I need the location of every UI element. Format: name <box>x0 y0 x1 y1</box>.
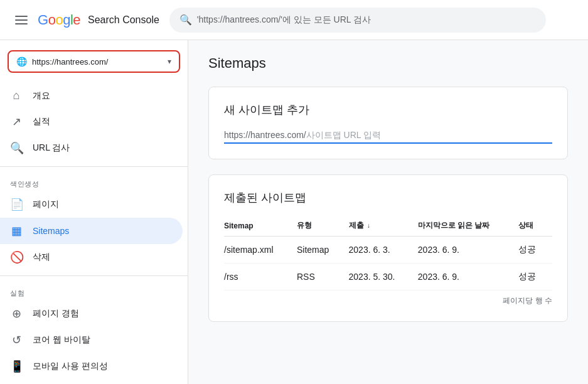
search-icon: 🔍 <box>179 14 192 26</box>
removals-icon: 🚫 <box>10 250 23 264</box>
cell-type: RSS <box>297 264 349 291</box>
nav-divider-2 <box>0 275 188 276</box>
sort-arrow-icon: ↓ <box>367 222 370 229</box>
sitemap-base-url: https://hantrees.com/ <box>224 130 306 140</box>
sidebar-item-sitemaps[interactable]: ▦ Sitemaps <box>0 218 183 244</box>
sitemaps-table: Sitemap 유형 제출 ↓ 마지막으로 읽은 날짜 상태 /sitemap.… <box>224 215 552 291</box>
col-header-last-read: 마지막으로 읽은 날짜 <box>418 215 518 237</box>
cell-sitemap: /rss <box>224 264 297 291</box>
sidebar-item-page-experience-label: 페이지 경험 <box>33 308 79 319</box>
google-logo: Google <box>38 12 80 28</box>
sidebar-item-core-web-vitals[interactable]: ↺ 코어 웹 바이탈 <box>0 327 183 353</box>
sitemaps-icon: ▦ <box>10 224 23 238</box>
app-title: Search Console <box>88 14 159 26</box>
property-icon: 🌐 <box>16 56 27 67</box>
col-header-sitemap: Sitemap <box>224 215 297 237</box>
topbar: Google Search Console 🔍 'https://hantree… <box>0 0 588 40</box>
sidebar-item-performance[interactable]: ↗ 실적 <box>0 109 183 135</box>
add-sitemap-card-title: 새 사이트맵 추가 <box>224 102 552 117</box>
sidebar-item-url-inspection[interactable]: 🔍 URL 검사 <box>0 135 183 161</box>
topbar-logo: Google Search Console <box>10 11 159 29</box>
sidebar-item-mobile-usability[interactable]: 📱 모바일 사용 편의성 <box>0 353 183 380</box>
col-header-type: 유형 <box>297 215 349 237</box>
table-header-row: Sitemap 유형 제출 ↓ 마지막으로 읽은 날짜 상태 <box>224 215 552 237</box>
table-footer: 페이지당 행 수 <box>224 291 552 306</box>
page-title: Sitemaps <box>208 55 568 72</box>
core-web-vitals-icon: ↺ <box>10 333 23 347</box>
col-header-submitted[interactable]: 제출 ↓ <box>349 215 418 237</box>
cell-last-read: 2023. 6. 9. <box>418 237 518 264</box>
property-selector[interactable]: 🌐 https://hantrees.com/ ▾ <box>8 50 180 73</box>
sidebar-item-pages-label: 페이지 <box>33 199 59 210</box>
sitemap-url-input[interactable] <box>306 130 552 140</box>
table-row: /rss RSS 2023. 5. 30. 2023. 6. 9. 성공 <box>224 264 552 291</box>
submitted-sitemaps-title: 제출된 사이트맵 <box>224 190 552 205</box>
experience-section-label: 실험 <box>0 281 188 301</box>
pages-icon: 📄 <box>10 198 23 211</box>
sidebar-item-overview[interactable]: ⌂ 개요 <box>0 83 183 109</box>
sidebar-item-page-experience[interactable]: ⊕ 페이지 경험 <box>0 301 183 327</box>
property-url: https://hantrees.com/ <box>32 57 163 67</box>
submitted-sitemaps-card: 제출된 사이트맵 Sitemap 유형 제출 ↓ 마지막으로 읽은 날짜 상태 <box>208 174 568 322</box>
sidebar-item-cwv-label: 코어 웹 바이탈 <box>33 334 90 346</box>
indexing-section-label: 색인생성 <box>0 172 188 191</box>
cell-submitted: 2023. 6. 3. <box>349 237 418 264</box>
sidebar-item-removals-label: 삭제 <box>33 252 50 263</box>
cell-submitted: 2023. 5. 30. <box>349 264 418 291</box>
page-experience-icon: ⊕ <box>10 307 23 321</box>
main-layout: 🌐 https://hantrees.com/ ▾ ⌂ 개요 ↗ 실적 🔍 UR… <box>0 40 588 384</box>
nav-divider-1 <box>0 166 188 167</box>
main-content: Sitemaps 새 사이트맵 추가 https://hantrees.com/… <box>188 40 588 384</box>
search-placeholder-text: 'https://hantrees.com/'에 있는 모든 URL 검사 <box>197 14 371 26</box>
sidebar-item-pages[interactable]: 📄 페이지 <box>0 191 183 218</box>
hamburger-menu[interactable] <box>10 11 33 29</box>
add-sitemap-card: 새 사이트맵 추가 https://hantrees.com/ <box>208 87 568 159</box>
sidebar-item-url-label: URL 검사 <box>33 142 70 154</box>
global-search-bar[interactable]: 🔍 'https://hantrees.com/'에 있는 모든 URL 검사 <box>169 8 546 33</box>
cell-type: Sitemap <box>297 237 349 264</box>
chevron-down-icon: ▾ <box>168 57 171 66</box>
pagination-label: 페이지당 행 수 <box>503 296 552 306</box>
sidebar-item-sitemaps-label: Sitemaps <box>33 226 69 236</box>
sidebar-item-mobile-label: 모바일 사용 편의성 <box>33 361 108 372</box>
cell-status: 성공 <box>518 237 552 264</box>
sitemap-input-row: https://hantrees.com/ <box>224 130 552 144</box>
sidebar: 🌐 https://hantrees.com/ ▾ ⌂ 개요 ↗ 실적 🔍 UR… <box>0 40 188 384</box>
cell-last-read: 2023. 6. 9. <box>418 264 518 291</box>
url-search-icon: 🔍 <box>10 141 23 155</box>
sidebar-item-overview-label: 개요 <box>33 90 50 102</box>
cell-status: 성공 <box>518 264 552 291</box>
table-row: /sitemap.xml Sitemap 2023. 6. 3. 2023. 6… <box>224 237 552 264</box>
cell-sitemap: /sitemap.xml <box>224 237 297 264</box>
mobile-icon: 📱 <box>10 360 23 373</box>
sidebar-item-performance-label: 실적 <box>33 116 50 127</box>
trending-up-icon: ↗ <box>10 115 23 129</box>
sidebar-item-removals[interactable]: 🚫 삭제 <box>0 244 183 270</box>
col-header-status: 상태 <box>518 215 552 237</box>
home-icon: ⌂ <box>10 89 23 102</box>
